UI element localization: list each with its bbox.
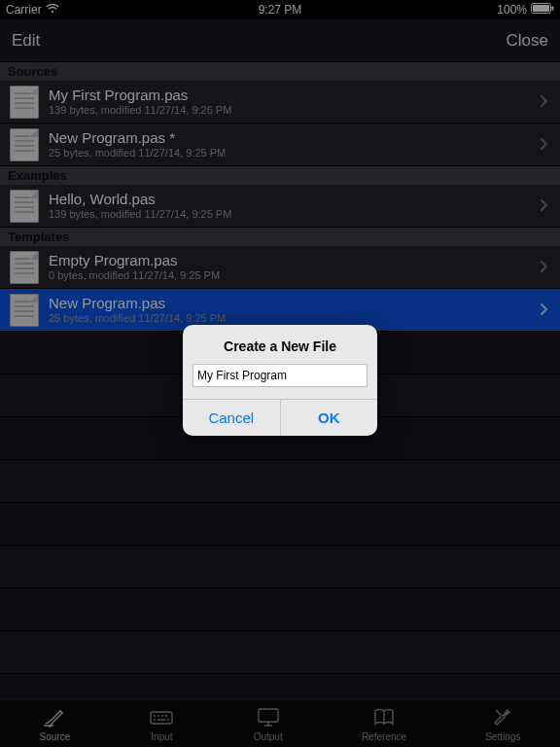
filename-input[interactable] [192,364,368,387]
alert-title: Create a New File [183,325,377,360]
ok-button[interactable]: OK [280,400,378,436]
cancel-button[interactable]: Cancel [183,400,280,436]
new-file-alert: Create a New File Cancel OK [183,325,377,436]
